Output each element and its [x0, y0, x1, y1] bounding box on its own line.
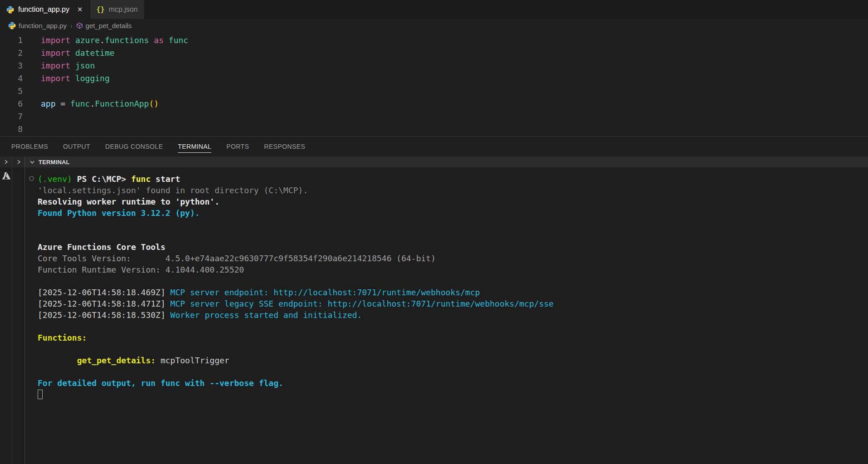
code-line: 4import logging: [0, 72, 868, 85]
expand-button-1[interactable]: [0, 156, 12, 167]
chevron-right-icon: [3, 159, 9, 165]
terminal-line: Core Tools Version: 4.5.0+e74aae22c96307…: [38, 253, 868, 264]
terminal-content[interactable]: (.venv) PS C:\MCP> func start'local.sett…: [25, 167, 868, 464]
chevron-right-icon: [16, 159, 21, 165]
line-number: 4: [0, 72, 23, 85]
terminal-line: Function Runtime Version: 4.1044.400.255…: [38, 264, 868, 275]
breadcrumb: function_app.py›get_pet_details: [0, 19, 868, 32]
terminal-cursor: [38, 390, 43, 399]
panel-tab-debug-console[interactable]: DEBUG CONSOLE: [105, 143, 163, 150]
panel-tab-output[interactable]: OUTPUT: [63, 143, 90, 150]
terminal-section-label: TERMINAL: [39, 159, 70, 166]
terminal-line: Resolving worker runtime to 'python'.: [38, 196, 868, 207]
symbol-cube-icon: [76, 22, 83, 29]
code-editor[interactable]: 1import azure.functions as func2import d…: [0, 32, 868, 136]
close-icon[interactable]: ✕: [77, 5, 83, 14]
code-line: 8: [0, 123, 868, 136]
panel-side-strip-2: [12, 156, 25, 464]
panel-tab-bar: PROBLEMSOUTPUTDEBUG CONSOLETERMINALPORTS…: [0, 136, 868, 156]
terminal-line: [38, 275, 868, 287]
line-number: 5: [0, 85, 23, 98]
azure-icon[interactable]: [1, 172, 11, 180]
expand-button-2[interactable]: [12, 156, 24, 167]
code-line: 2import datetime: [0, 47, 868, 59]
line-number: 7: [0, 110, 23, 123]
editor-tab-function_app.py[interactable]: function_app.py✕: [0, 0, 89, 19]
terminal-line: [38, 230, 868, 241]
terminal-line: [2025-12-06T14:58:18.469Z] MCP server en…: [38, 287, 868, 298]
panel-body: TERMINAL (.venv) PS C:\MCP> func start'l…: [0, 156, 868, 464]
line-number: 3: [0, 59, 23, 72]
terminal-line: For detailed output, run func with --ver…: [38, 377, 868, 389]
terminal-line: [2025-12-06T14:58:18.471Z] MCP server le…: [38, 298, 868, 309]
line-number: 8: [0, 123, 23, 136]
editor-lines: 1import azure.functions as func2import d…: [0, 34, 868, 136]
panel-side-strip-1: [0, 156, 12, 464]
code-line: 3import json: [0, 59, 868, 72]
terminal-line: Azure Functions Core Tools: [38, 241, 868, 253]
python-icon: [8, 22, 16, 29]
breadcrumb-label: get_pet_details: [86, 22, 132, 29]
terminal-line: Functions:: [38, 332, 868, 343]
line-number: 6: [0, 98, 23, 110]
breadcrumb-item-get_pet_details[interactable]: get_pet_details: [76, 22, 132, 29]
terminal-view: TERMINAL (.venv) PS C:\MCP> func start'l…: [25, 156, 868, 464]
terminal-line: [38, 321, 868, 332]
code-line: 5: [0, 85, 868, 98]
editor-tab-mcp.json[interactable]: {}mcp.json: [90, 0, 144, 19]
panel-tab-responses[interactable]: RESPONSES: [264, 143, 305, 150]
line-number: 2: [0, 47, 23, 59]
terminal-line: Found Python version 3.12.2 (py).: [38, 207, 868, 219]
vscode-window: function_app.py✕{}mcp.json function_app.…: [0, 0, 868, 464]
terminal-line: [38, 219, 868, 230]
panel-tab-terminal[interactable]: TERMINAL: [178, 143, 211, 153]
terminal-line: [38, 366, 868, 377]
terminal-line: (.venv) PS C:\MCP> func start: [38, 173, 868, 185]
terminal-line: 'local.settings.json' found in root dire…: [38, 185, 868, 196]
tab-label: mcp.json: [109, 5, 138, 14]
panel-tab-problems[interactable]: PROBLEMS: [11, 143, 48, 150]
code-line: 7: [0, 110, 868, 123]
code-line: 1import azure.functions as func: [0, 34, 868, 47]
terminal-line: [38, 343, 868, 355]
breadcrumb-label: function_app.py: [19, 22, 67, 29]
line-number: 1: [0, 34, 23, 47]
chevron-down-icon: [29, 159, 35, 165]
panel-tab-ports[interactable]: PORTS: [226, 143, 249, 150]
python-icon: [6, 6, 14, 14]
breadcrumb-separator: ›: [70, 22, 73, 29]
code-line: 6app = func.FunctionApp(): [0, 98, 868, 110]
terminal-line: get_pet_details: mcpToolTrigger: [38, 355, 868, 366]
terminal-line: [2025-12-06T14:58:18.530Z] Worker proces…: [38, 309, 868, 321]
terminal-section-header[interactable]: TERMINAL: [25, 156, 868, 167]
breadcrumb-item-function_app.py[interactable]: function_app.py: [8, 22, 67, 29]
editor-tabs: function_app.py✕{}mcp.json: [0, 0, 868, 19]
terminal-line: [38, 389, 868, 400]
tab-label: function_app.py: [18, 5, 69, 14]
command-decoration-icon[interactable]: [29, 176, 34, 181]
json-braces-icon: {}: [97, 5, 105, 14]
